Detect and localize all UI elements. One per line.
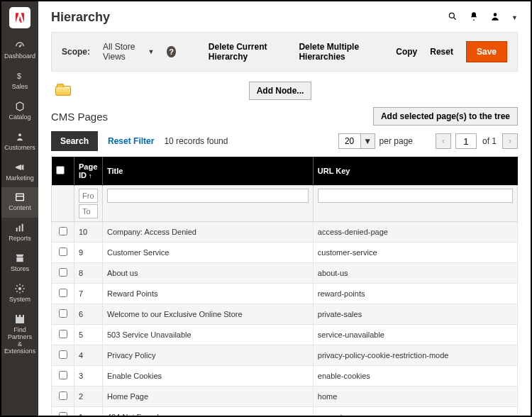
filter-row <box>52 186 518 222</box>
cell-title: About us <box>103 263 314 284</box>
filter-id-to[interactable] <box>79 204 98 218</box>
cell-title: 503 Service Unavailable <box>103 325 314 345</box>
column-url-key[interactable]: URL Key <box>313 157 517 186</box>
gauge-icon <box>14 40 26 51</box>
reset-filter-link[interactable]: Reset Filter <box>108 136 154 146</box>
table-row[interactable]: 4Privacy Policyprivacy-policy-cookie-res… <box>52 345 518 366</box>
row-checkbox[interactable] <box>59 227 67 235</box>
sidebar-item-dashboard[interactable]: Dashboard <box>1 35 38 66</box>
row-checkbox[interactable] <box>59 412 67 416</box>
layout-icon <box>14 191 26 203</box>
admin-sidebar: Dashboard $Sales Catalog Customers Marke… <box>1 1 38 416</box>
cell-url-key: access-denied-page <box>313 222 517 243</box>
row-checkbox[interactable] <box>59 330 67 338</box>
cell-title: Privacy Policy <box>103 345 314 366</box>
row-checkbox[interactable] <box>59 248 67 256</box>
table-row[interactable]: 1404 Not Foundno-route <box>52 407 518 416</box>
sidebar-item-catalog[interactable]: Catalog <box>1 96 38 127</box>
table-row[interactable]: 3Enable Cookiesenable-cookies <box>52 366 518 387</box>
cell-page-id: 7 <box>74 284 103 304</box>
per-page-select[interactable]: ▼ <box>338 133 375 149</box>
account-dropdown-caret[interactable]: ▼ <box>511 14 518 21</box>
records-count: 10 records found <box>164 136 228 146</box>
row-checkbox[interactable] <box>59 289 67 297</box>
cell-url-key: home <box>313 387 517 407</box>
cell-url-key: customer-service <box>313 243 517 263</box>
column-label: URL Key <box>318 167 350 175</box>
filter-id-from[interactable] <box>79 189 98 203</box>
cell-page-id: 5 <box>74 325 103 345</box>
cell-url-key: private-sales <box>313 304 517 325</box>
search-icon[interactable] <box>448 11 458 23</box>
row-checkbox[interactable] <box>59 371 67 379</box>
cell-page-id: 9 <box>74 243 103 263</box>
cell-page-id: 2 <box>74 387 103 407</box>
table-row[interactable]: 9Customer Servicecustomer-service <box>52 243 518 263</box>
sidebar-item-stores[interactable]: Stores <box>1 248 38 279</box>
scope-label: Scope: <box>62 47 90 57</box>
filter-title[interactable] <box>107 189 309 203</box>
puzzle-icon <box>14 313 26 325</box>
row-checkbox[interactable] <box>59 309 67 318</box>
gear-icon <box>14 283 26 294</box>
cell-title: Enable Cookies <box>103 366 314 387</box>
sidebar-item-system[interactable]: System <box>1 279 38 309</box>
cell-page-id: 3 <box>74 366 103 387</box>
select-all-header[interactable] <box>52 157 74 186</box>
svg-point-8 <box>449 13 454 18</box>
table-row[interactable]: 7Reward Pointsreward-points <box>52 284 518 304</box>
table-row[interactable]: 10Company: Access Deniedaccess-denied-pa… <box>52 222 518 243</box>
reset-button[interactable]: Reset <box>430 47 453 57</box>
sidebar-item-label: Stores <box>11 266 29 273</box>
sidebar-item-partners[interactable]: Find Partners & Extensions <box>1 309 38 361</box>
megaphone-icon <box>14 162 26 173</box>
sidebar-item-customers[interactable]: Customers <box>1 127 38 157</box>
delete-multiple-button[interactable]: Delete Multiple Hierarchies <box>299 42 383 62</box>
tree-root-icon[interactable] <box>55 86 71 96</box>
adobe-logo <box>9 7 31 28</box>
select-all-checkbox[interactable] <box>56 166 65 174</box>
sidebar-item-sales[interactable]: $Sales <box>1 66 38 96</box>
scope-select[interactable]: All Store Views▼ <box>103 42 154 62</box>
per-page-value[interactable] <box>338 133 361 149</box>
sidebar-item-marketing[interactable]: Marketing <box>1 157 38 188</box>
save-button[interactable]: Save <box>466 41 507 62</box>
table-row[interactable]: 2Home Pagehome <box>52 387 518 407</box>
svg-rect-5 <box>19 226 21 232</box>
add-node-button[interactable]: Add Node... <box>249 82 312 100</box>
svg-point-7 <box>18 287 21 290</box>
cell-url-key: privacy-policy-cookie-restriction-mode <box>313 345 517 366</box>
page-of-label: of 1 <box>481 136 498 146</box>
cms-pages-grid: Page ID↑ Title URL Key 10Company: Access… <box>51 157 518 416</box>
cell-url-key: reward-points <box>313 284 517 304</box>
page-input[interactable] <box>455 133 477 149</box>
table-row[interactable]: 8About usabout-us <box>52 263 518 284</box>
row-checkbox[interactable] <box>59 391 67 400</box>
search-button[interactable]: Search <box>51 131 98 151</box>
table-row[interactable]: 6Welcome to our Exclusive Online Storepr… <box>52 304 518 325</box>
sidebar-item-label: Reports <box>9 235 31 243</box>
sidebar-item-reports[interactable]: Reports <box>1 218 38 248</box>
column-page-id[interactable]: Page ID↑ <box>74 157 103 186</box>
cell-page-id: 1 <box>74 407 103 416</box>
sidebar-item-content[interactable]: Content <box>1 187 38 218</box>
add-selected-button[interactable]: Add selected page(s) to the tree <box>373 107 518 126</box>
sidebar-item-label: System <box>9 296 31 304</box>
prev-page-button[interactable]: ‹ <box>436 133 451 149</box>
bell-icon[interactable] <box>469 11 479 23</box>
column-title[interactable]: Title <box>103 157 314 186</box>
per-page-label: per page <box>379 136 413 146</box>
row-checkbox[interactable] <box>59 268 67 277</box>
svg-rect-3 <box>16 194 24 201</box>
filter-url-key[interactable] <box>318 189 513 203</box>
chevron-down-icon: ▼ <box>148 48 154 55</box>
delete-current-button[interactable]: Delete Current Hierarchy <box>209 42 287 62</box>
next-page-button[interactable]: › <box>502 133 518 149</box>
row-checkbox[interactable] <box>59 350 67 359</box>
copy-button[interactable]: Copy <box>396 47 417 57</box>
table-row[interactable]: 5503 Service Unavailableservice-unavaila… <box>52 325 518 345</box>
user-icon[interactable] <box>490 11 500 23</box>
main-content: Hierarchy ▼ Scope: All Store Views▼ ? De… <box>38 1 531 416</box>
help-icon[interactable]: ? <box>167 46 175 57</box>
chevron-down-icon[interactable]: ▼ <box>361 133 375 149</box>
